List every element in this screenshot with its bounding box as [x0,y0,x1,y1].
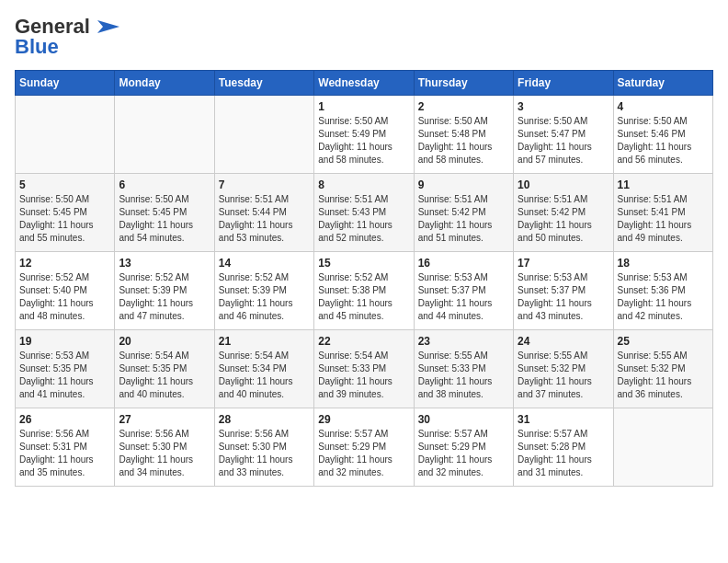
calendar-cell: 24Sunrise: 5:55 AM Sunset: 5:32 PM Dayli… [514,330,613,408]
logo: General Blue [15,15,119,59]
day-number: 30 [418,413,509,426]
day-header-wednesday: Wednesday [314,71,414,96]
calendar-cell: 23Sunrise: 5:55 AM Sunset: 5:33 PM Dayli… [414,330,513,408]
calendar-cell: 1Sunrise: 5:50 AM Sunset: 5:49 PM Daylig… [314,96,414,174]
svg-marker-0 [97,20,119,33]
day-number: 3 [518,100,609,113]
calendar-week-row: 19Sunrise: 5:53 AM Sunset: 5:35 PM Dayli… [16,330,713,408]
day-number: 28 [219,413,310,426]
calendar-cell: 11Sunrise: 5:51 AM Sunset: 5:41 PM Dayli… [613,174,712,252]
calendar-week-row: 12Sunrise: 5:52 AM Sunset: 5:40 PM Dayli… [16,252,713,330]
calendar-cell: 15Sunrise: 5:52 AM Sunset: 5:38 PM Dayli… [314,252,414,330]
cell-info: Sunrise: 5:55 AM Sunset: 5:32 PM Dayligh… [618,350,709,401]
calendar-week-row: 26Sunrise: 5:56 AM Sunset: 5:31 PM Dayli… [16,408,713,487]
day-number: 9 [418,178,509,191]
cell-info: Sunrise: 5:55 AM Sunset: 5:33 PM Dayligh… [418,350,509,401]
cell-info: Sunrise: 5:50 AM Sunset: 5:46 PM Dayligh… [618,115,709,167]
calendar-cell: 25Sunrise: 5:55 AM Sunset: 5:32 PM Dayli… [613,330,712,408]
day-number: 19 [19,335,110,348]
calendar-cell: 3Sunrise: 5:50 AM Sunset: 5:47 PM Daylig… [514,96,613,174]
day-number: 4 [618,100,709,113]
day-number: 2 [418,100,509,113]
day-header-friday: Friday [514,71,613,96]
cell-info: Sunrise: 5:51 AM Sunset: 5:43 PM Dayligh… [318,193,409,245]
cell-info: Sunrise: 5:50 AM Sunset: 5:47 PM Dayligh… [518,115,609,167]
cell-info: Sunrise: 5:52 AM Sunset: 5:40 PM Dayligh… [19,271,110,323]
calendar-cell: 5Sunrise: 5:50 AM Sunset: 5:45 PM Daylig… [16,174,115,252]
calendar-cell: 28Sunrise: 5:56 AM Sunset: 5:30 PM Dayli… [214,408,313,487]
cell-info: Sunrise: 5:51 AM Sunset: 5:41 PM Dayligh… [618,193,709,245]
calendar-cell: 10Sunrise: 5:51 AM Sunset: 5:42 PM Dayli… [514,174,613,252]
cell-info: Sunrise: 5:57 AM Sunset: 5:29 PM Dayligh… [418,428,509,479]
calendar-week-row: 5Sunrise: 5:50 AM Sunset: 5:45 PM Daylig… [16,174,713,252]
calendar-cell: 18Sunrise: 5:53 AM Sunset: 5:36 PM Dayli… [613,252,712,330]
calendar-cell: 4Sunrise: 5:50 AM Sunset: 5:46 PM Daylig… [613,96,712,174]
calendar-cell: 16Sunrise: 5:53 AM Sunset: 5:37 PM Dayli… [414,252,513,330]
cell-info: Sunrise: 5:50 AM Sunset: 5:48 PM Dayligh… [418,115,509,167]
calendar-cell: 12Sunrise: 5:52 AM Sunset: 5:40 PM Dayli… [16,252,115,330]
calendar-cell: 19Sunrise: 5:53 AM Sunset: 5:35 PM Dayli… [16,330,115,408]
day-number: 15 [318,257,409,270]
calendar-week-row: 1Sunrise: 5:50 AM Sunset: 5:49 PM Daylig… [16,96,713,174]
logo-blue: Blue [15,35,59,59]
calendar-cell: 9Sunrise: 5:51 AM Sunset: 5:42 PM Daylig… [414,174,513,252]
calendar-cell: 13Sunrise: 5:52 AM Sunset: 5:39 PM Dayli… [115,252,214,330]
cell-info: Sunrise: 5:51 AM Sunset: 5:44 PM Dayligh… [219,193,310,245]
day-number: 10 [518,178,609,191]
calendar-cell: 26Sunrise: 5:56 AM Sunset: 5:31 PM Dayli… [16,408,115,487]
day-header-saturday: Saturday [613,71,712,96]
calendar-cell [214,96,313,174]
calendar-cell: 30Sunrise: 5:57 AM Sunset: 5:29 PM Dayli… [414,408,513,487]
cell-info: Sunrise: 5:52 AM Sunset: 5:39 PM Dayligh… [219,271,310,323]
day-number: 5 [19,178,110,191]
cell-info: Sunrise: 5:56 AM Sunset: 5:30 PM Dayligh… [219,428,310,479]
day-number: 7 [219,178,310,191]
calendar-cell: 29Sunrise: 5:57 AM Sunset: 5:29 PM Dayli… [314,408,414,487]
cell-info: Sunrise: 5:55 AM Sunset: 5:32 PM Dayligh… [518,350,609,401]
cell-info: Sunrise: 5:54 AM Sunset: 5:34 PM Dayligh… [219,350,310,401]
cell-info: Sunrise: 5:56 AM Sunset: 5:30 PM Dayligh… [119,428,210,479]
cell-info: Sunrise: 5:56 AM Sunset: 5:31 PM Dayligh… [19,428,110,479]
calendar-cell: 20Sunrise: 5:54 AM Sunset: 5:35 PM Dayli… [115,330,214,408]
day-number: 31 [518,413,609,426]
calendar-cell: 27Sunrise: 5:56 AM Sunset: 5:30 PM Dayli… [115,408,214,487]
day-number: 12 [19,257,110,270]
cell-info: Sunrise: 5:50 AM Sunset: 5:45 PM Dayligh… [119,193,210,245]
cell-info: Sunrise: 5:53 AM Sunset: 5:35 PM Dayligh… [19,350,110,401]
calendar-cell: 14Sunrise: 5:52 AM Sunset: 5:39 PM Dayli… [214,252,313,330]
calendar-table: SundayMondayTuesdayWednesdayThursdayFrid… [15,70,713,487]
cell-info: Sunrise: 5:50 AM Sunset: 5:49 PM Dayligh… [318,115,409,167]
day-number: 27 [119,413,210,426]
day-number: 26 [19,413,110,426]
cell-info: Sunrise: 5:53 AM Sunset: 5:36 PM Dayligh… [618,271,709,323]
day-number: 29 [318,413,409,426]
day-header-sunday: Sunday [16,71,115,96]
day-number: 8 [318,178,409,191]
calendar-cell [613,408,712,487]
day-number: 6 [119,178,210,191]
day-number: 18 [618,257,709,270]
logo-bird-icon [94,17,119,37]
cell-info: Sunrise: 5:50 AM Sunset: 5:45 PM Dayligh… [19,193,110,245]
day-header-thursday: Thursday [414,71,513,96]
day-header-monday: Monday [115,71,214,96]
day-number: 1 [318,100,409,113]
calendar-cell: 8Sunrise: 5:51 AM Sunset: 5:43 PM Daylig… [314,174,414,252]
day-number: 24 [518,335,609,348]
day-number: 23 [418,335,509,348]
day-number: 22 [318,335,409,348]
day-number: 17 [518,257,609,270]
cell-info: Sunrise: 5:53 AM Sunset: 5:37 PM Dayligh… [518,271,609,323]
day-number: 13 [119,257,210,270]
cell-info: Sunrise: 5:53 AM Sunset: 5:37 PM Dayligh… [418,271,509,323]
cell-info: Sunrise: 5:52 AM Sunset: 5:38 PM Dayligh… [318,271,409,323]
calendar-cell: 17Sunrise: 5:53 AM Sunset: 5:37 PM Dayli… [514,252,613,330]
cell-info: Sunrise: 5:52 AM Sunset: 5:39 PM Dayligh… [119,271,210,323]
cell-info: Sunrise: 5:51 AM Sunset: 5:42 PM Dayligh… [418,193,509,245]
calendar-cell: 6Sunrise: 5:50 AM Sunset: 5:45 PM Daylig… [115,174,214,252]
calendar-cell: 22Sunrise: 5:54 AM Sunset: 5:33 PM Dayli… [314,330,414,408]
day-number: 21 [219,335,310,348]
calendar-cell [115,96,214,174]
calendar-cell: 2Sunrise: 5:50 AM Sunset: 5:48 PM Daylig… [414,96,513,174]
calendar-header-row: SundayMondayTuesdayWednesdayThursdayFrid… [16,71,713,96]
